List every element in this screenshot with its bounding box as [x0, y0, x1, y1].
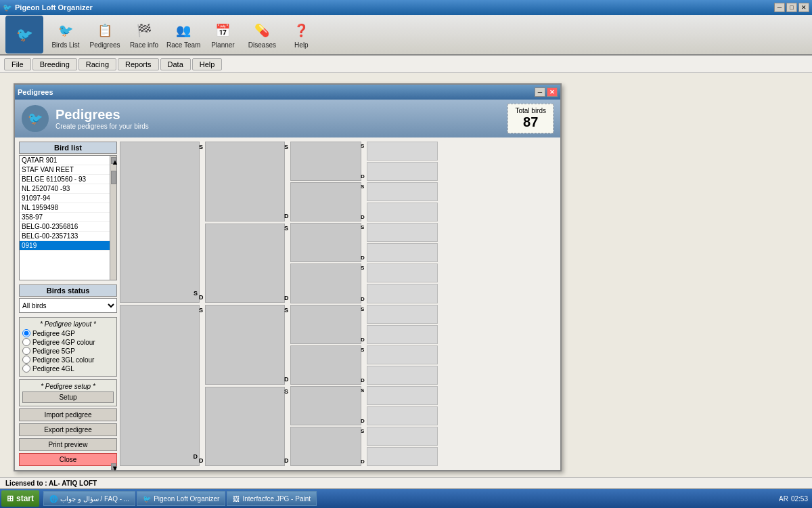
scroll-down-arrow[interactable]: ▼ [111, 463, 116, 470]
col3-8-d: D [284, 457, 289, 464]
toolbar-race-team[interactable]: 👥 Race Team [166, 21, 200, 49]
layout-3gl-colour-radio[interactable] [22, 356, 30, 364]
col4-15-s: S [361, 428, 364, 434]
close-window-button[interactable]: Close [19, 453, 117, 466]
pedigree-col1-sire: S [120, 142, 200, 303]
pedigree-col3-5: S [290, 305, 361, 344]
col3-6-d: D [284, 376, 289, 383]
col1-sire-s-label: S [194, 290, 198, 297]
pedigree-close-button[interactable]: ✕ [547, 87, 558, 97]
col2-sd-d-label: D [199, 294, 204, 301]
pedigree-col2-ss: S [205, 142, 285, 221]
menu-breeding[interactable]: Breeding [32, 58, 77, 70]
birds-list-icon: 🐦 [56, 21, 75, 40]
taskbar-item-paint[interactable]: 🖼 Interfacfce.JPG - Paint [227, 491, 317, 506]
taskbar-right: AR 02:53 [779, 495, 808, 503]
col4-4-d: D [361, 214, 365, 220]
bird-item-358[interactable]: 358-97 [20, 213, 110, 222]
bird-item-qatar901[interactable]: QATAR 901 [20, 156, 110, 165]
layout-4gp: Pedigree 4GP [22, 329, 114, 337]
start-button[interactable]: ⊞ start [1, 490, 39, 507]
pedigree-col4-12: D [367, 366, 438, 385]
pedigree-window-title: Pedigrees [18, 88, 53, 96]
race-info-label: Race info [130, 41, 158, 49]
menu-reports[interactable]: Reports [118, 58, 159, 70]
taskbar-item-faq[interactable]: 🌐 سؤال و جواب / FAQ - ... [43, 491, 135, 506]
layout-5gp-radio[interactable] [22, 347, 30, 355]
pedigree-col-1: S D [120, 142, 200, 466]
col3-3-s: S [284, 225, 288, 232]
layout-4gp-radio[interactable] [22, 329, 30, 337]
export-pedigree-button[interactable]: Export pedigree [19, 423, 117, 436]
pedigree-col2-ds: S [205, 305, 285, 385]
menu-data[interactable]: Data [160, 58, 191, 70]
menu-racing[interactable]: Racing [78, 58, 116, 70]
bird-list[interactable]: QATAR 901 STAF VAN REET BELGE 6110560 - … [20, 156, 110, 280]
bird-item-belg00a[interactable]: BELG-00-2356816 [20, 222, 110, 232]
birds-list-label: Birds List [51, 41, 79, 49]
toolbar-race-info[interactable]: 🏁 Race info [127, 21, 161, 49]
organizer-label: Pigeon Loft Organizer [154, 495, 219, 503]
bird-item-0919[interactable]: 0919 [20, 241, 110, 251]
pedigree-window-controls: ─ ✕ [535, 87, 558, 97]
pedigree-col4-10: D [367, 325, 438, 344]
layout-5gp: Pedigree 5GP [22, 347, 114, 355]
layout-4gl-label: Pedigree 4GL [32, 365, 74, 373]
bird-item-belge93[interactable]: BELGE 6110560 - 93 [20, 175, 110, 184]
menu-help[interactable]: Help [192, 58, 223, 70]
layout-4gp-colour-radio[interactable] [22, 338, 30, 346]
faq-label: سؤال و جواب / FAQ - ... [60, 495, 129, 503]
bird-item-nl93[interactable]: NL 2520740 -93 [20, 184, 110, 194]
import-pedigree-button[interactable]: Import pedigree [19, 408, 117, 421]
start-label: start [16, 494, 34, 503]
faq-icon: 🌐 [49, 495, 58, 503]
bird-item-nl1959[interactable]: NL 1959498 [20, 203, 110, 213]
title-bar-controls: ─ □ ✕ [774, 3, 809, 12]
planner-icon: 📅 [213, 21, 232, 40]
col4-9-s: S [361, 306, 364, 312]
pedigree-col4-8: D [367, 284, 438, 303]
toolbar-pedigrees[interactable]: 📋 Pedigrees [88, 21, 122, 49]
layout-4gp-label: Pedigree 4GP [32, 330, 75, 337]
menu-file[interactable]: File [4, 58, 31, 70]
maximize-button[interactable]: □ [786, 3, 797, 12]
toolbar-diseases[interactable]: 💊 Diseases [245, 21, 279, 49]
col4-10-d: D [361, 337, 365, 343]
scroll-up-arrow[interactable]: ▲ [111, 157, 116, 164]
pedigree-title-text: Pedigrees Create pedigrees for your bird… [55, 107, 149, 130]
bird-item-staf[interactable]: STAF VAN REET [20, 165, 110, 175]
layout-4gp-colour-label: Pedigree 4GP colour [32, 339, 95, 346]
paint-label: Interfacfce.JPG - Paint [242, 495, 311, 503]
app-title: Pigeon Loft Organizer [15, 3, 93, 12]
pedigree-titlebar: Pedigrees ─ ✕ [15, 85, 560, 100]
minimize-button[interactable]: ─ [774, 3, 785, 12]
layout-4gl-radio[interactable] [22, 364, 30, 373]
pedigrees-icon: 📋 [95, 21, 114, 40]
status-select[interactable]: All birds Racing Breeding Young birds [19, 298, 117, 313]
col3-5-s: S [284, 307, 288, 314]
app-logo: 🐦 [5, 16, 43, 54]
toolbar-birds-list[interactable]: 🐦 Birds List [49, 21, 83, 49]
pedigree-col4-1: S [367, 142, 438, 161]
pedigree-col4-4: D [367, 203, 438, 221]
layout-4gp-colour: Pedigree 4GP colour [22, 338, 114, 346]
bird-item-91097[interactable]: 91097-94 [20, 194, 110, 203]
print-preview-button[interactable]: Print preview [19, 438, 117, 451]
bird-item-belg00b[interactable]: BELG-00-2357133 [20, 232, 110, 241]
pedigree-col4-16: D [367, 447, 438, 466]
close-button[interactable]: ✕ [798, 3, 809, 12]
scroll-thumb[interactable] [111, 171, 116, 184]
pedigree-col4-15: S [367, 427, 438, 446]
setup-button[interactable]: Setup [22, 391, 114, 403]
bird-list-scrollbar[interactable]: ▲ ▼ [110, 156, 116, 280]
pedigree-minimize-button[interactable]: ─ [535, 87, 545, 97]
taskbar-left: ⊞ start 🌐 سؤال و جواب / FAQ - ... 🐦 Pige… [1, 490, 317, 507]
bird-list-label: Bird list [19, 142, 117, 154]
taskbar-item-organizer[interactable]: 🐦 Pigeon Loft Organizer [137, 491, 225, 506]
diseases-label: Diseases [248, 41, 276, 49]
toolbar-help[interactable]: ❓ Help [284, 21, 318, 49]
pedigree-col-2: S D S D [205, 142, 285, 466]
pedigree-col3-8: D [290, 427, 361, 466]
col1-dam-d-label: D [194, 453, 198, 460]
toolbar-planner[interactable]: 📅 Planner [206, 21, 240, 49]
